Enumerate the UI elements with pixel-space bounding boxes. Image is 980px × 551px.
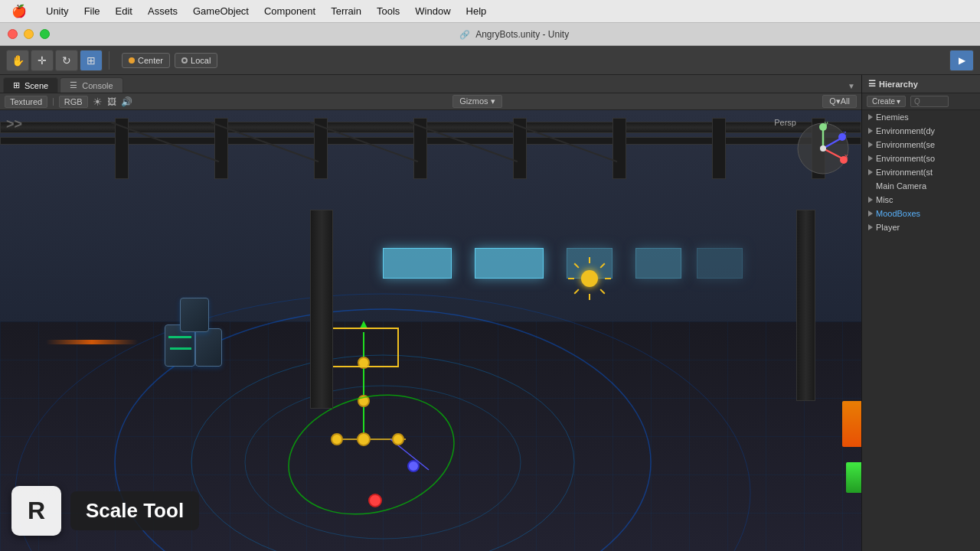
tab-console[interactable]: ☰Console (60, 77, 122, 93)
pivot-toggle-group: Center Local (122, 53, 217, 68)
floor (0, 321, 861, 551)
tool-group: ✋ ✛ ↻ ⊞ (6, 50, 103, 71)
hierarchy-header: ☰ Hierarchy (862, 75, 980, 93)
svg-text:z: z (843, 129, 847, 137)
bg-window-4 (635, 248, 681, 279)
axis-gizmo[interactable]: y z x (796, 122, 850, 175)
maximize-button[interactable] (40, 29, 50, 39)
gizmos-dropdown[interactable]: Gizmos ▾ (452, 95, 501, 108)
menu-unity[interactable]: Unity (38, 0, 77, 22)
expand-arrow-env-st (868, 169, 873, 175)
scene-toolbar: Textured | RGB ☀ 🖼 🔊 Gizmos ▾ Q▾All (0, 93, 861, 110)
expand-arrow-env-se (868, 142, 873, 148)
main-area: ⊞Scene ☰Console ▼ Textured | RGB ☀ 🖼 🔊 G… (0, 75, 980, 551)
hierarchy-item-moodboxes[interactable]: MoodBoxes (862, 207, 980, 220)
panel-collapse-button[interactable]: ▼ (844, 79, 858, 93)
toolbar-sep-1: | (52, 97, 54, 106)
expand-arrow-misc (868, 197, 873, 203)
hierarchy-icon: ☰ (868, 79, 876, 89)
menu-tools[interactable]: Tools (369, 0, 407, 22)
expand-arrow-enemies (868, 114, 873, 120)
hierarchy-item-misc[interactable]: Misc (862, 193, 980, 207)
expand-arrow-player (868, 224, 873, 230)
menu-bar: 🍎 Unity File Edit Assets GameObject Comp… (0, 0, 980, 23)
hierarchy-list: Enemies Environment(dy Environment(se En… (862, 110, 980, 234)
sun-gizmo (574, 263, 605, 294)
skybox-toggle[interactable]: 🖼 (107, 96, 116, 107)
hierarchy-item-enemies[interactable]: Enemies (862, 110, 980, 124)
scale-tool-button[interactable]: ⊞ (80, 50, 103, 71)
expand-arrow-moodboxes (868, 210, 873, 217)
barrel-2 (195, 328, 222, 367)
svg-text:y: y (825, 122, 828, 127)
accent-green-right (846, 462, 861, 493)
layers-dropdown[interactable]: Q▾All (822, 95, 857, 108)
hierarchy-search-input[interactable] (910, 96, 949, 107)
minimize-button[interactable] (24, 29, 34, 39)
apple-menu[interactable]: 🍎 (0, 4, 38, 18)
svg-point-28 (820, 145, 826, 152)
center-pivot-button[interactable]: Center (122, 53, 170, 68)
barrel-accent-2 (170, 347, 191, 350)
toolbar-separator (109, 51, 109, 70)
window-title: 🔗 AngryBots.unity - Unity (56, 29, 972, 40)
bg-window-1 (383, 248, 452, 279)
hierarchy-item-main-camera[interactable]: Main Camera (862, 179, 980, 193)
local-coords-button[interactable]: Local (175, 53, 217, 68)
tab-scene[interactable]: ⊞Scene (3, 77, 58, 93)
channel-select[interactable]: RGB (59, 96, 88, 108)
lighting-toggle[interactable]: ☀ (93, 96, 103, 108)
hierarchy-panel: ☰ Hierarchy Create ▾ Enemies Environment… (861, 75, 980, 551)
perspective-label: Persp (774, 118, 796, 127)
axis-gizmo-svg: y z x (796, 122, 850, 175)
hierarchy-item-env-se[interactable]: Environment(se (862, 138, 980, 152)
hierarchy-item-env-st[interactable]: Environment(st (862, 165, 980, 179)
move-tool-button[interactable]: ✛ (31, 50, 54, 71)
rotate-tool-button[interactable]: ↻ (55, 50, 78, 71)
bg-window-5 (697, 248, 743, 279)
barrel-accent-1 (168, 336, 191, 338)
expand-arrow-env-dy (868, 128, 873, 134)
menu-help[interactable]: Help (459, 0, 495, 22)
menu-window[interactable]: Window (407, 0, 458, 22)
hierarchy-toolbar: Create ▾ (862, 93, 980, 110)
svg-text:x: x (844, 152, 848, 160)
sun-circle (581, 270, 598, 287)
scene-panel: ⊞Scene ☰Console ▼ Textured | RGB ☀ 🖼 🔊 G… (0, 75, 861, 551)
expand-arrow-env-so (868, 155, 873, 161)
title-bar: 🔗 AngryBots.unity - Unity (0, 23, 980, 46)
play-button[interactable]: ▶ (949, 50, 974, 71)
hierarchy-item-env-so[interactable]: Environment(so (862, 152, 980, 165)
hierarchy-item-player[interactable]: Player (862, 220, 980, 234)
ceiling-girders (0, 118, 861, 179)
menu-component[interactable]: Component (256, 0, 323, 22)
barrel-3 (180, 298, 209, 332)
svg-rect-0 (0, 321, 861, 551)
pillar-center (310, 210, 333, 409)
audio-toggle[interactable]: 🔊 (121, 96, 132, 107)
menu-gameobject[interactable]: GameObject (185, 0, 256, 22)
main-toolbar: ✋ ✛ ↻ ⊞ Center Local ▶ (0, 46, 980, 75)
menu-edit[interactable]: Edit (108, 0, 140, 22)
nav-hint: >> (6, 116, 22, 132)
close-button[interactable] (8, 29, 18, 39)
hierarchy-title: ☰ Hierarchy (868, 79, 918, 89)
floor-grid-svg (0, 321, 861, 551)
hierarchy-create-button[interactable]: Create ▾ (867, 96, 906, 107)
scene-tabs: ⊞Scene ☰Console ▼ (0, 75, 861, 93)
render-mode-select[interactable]: Textured (5, 96, 47, 108)
pillar-right (796, 210, 815, 401)
play-controls: ▶ (949, 50, 974, 71)
menu-terrain[interactable]: Terrain (323, 0, 369, 22)
hierarchy-item-env-dy[interactable]: Environment(dy (862, 124, 980, 138)
hand-tool-button[interactable]: ✋ (6, 50, 29, 71)
menu-file[interactable]: File (77, 0, 108, 22)
scene-viewport[interactable]: Persp >> y z (0, 110, 861, 551)
accent-orange-right (842, 401, 861, 447)
menu-assets[interactable]: Assets (140, 0, 185, 22)
bg-window-2 (475, 248, 544, 279)
orange-strip (46, 340, 138, 344)
